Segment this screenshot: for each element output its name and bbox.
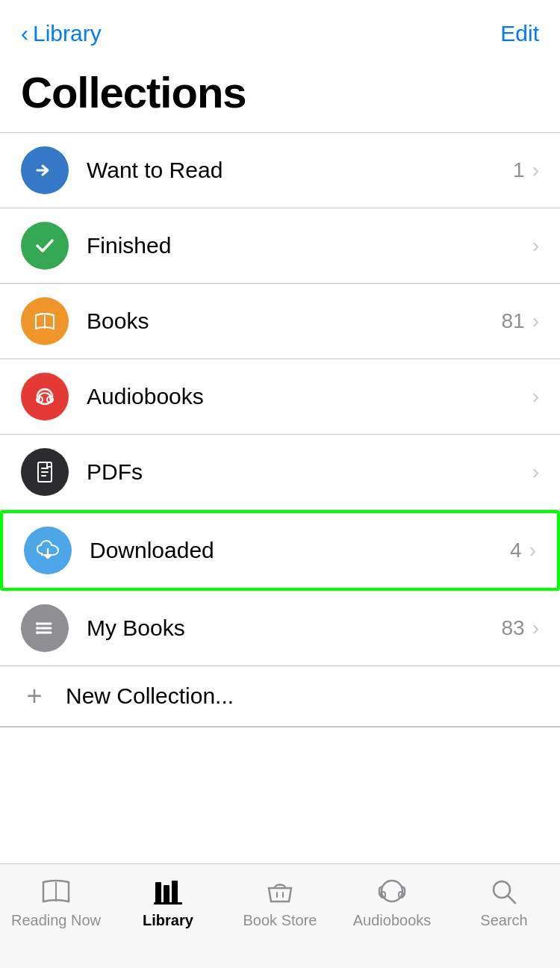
- svg-point-4: [36, 622, 39, 625]
- book-store-tab-label: Book Store: [243, 912, 317, 929]
- my-books-chevron: ›: [532, 616, 539, 640]
- finished-icon: [21, 222, 69, 270]
- reading-now-tab-label: Reading Now: [11, 912, 101, 929]
- collections-list: Want to Read 1 › Finished › Books 81 ›: [0, 133, 560, 666]
- svg-point-6: [36, 631, 39, 634]
- want-to-read-label: Want to Read: [87, 158, 513, 183]
- library-tab-icon: [150, 875, 186, 908]
- audiobooks-tab-icon: [374, 875, 410, 908]
- want-to-read-icon: [21, 146, 69, 194]
- search-tab-icon: [486, 875, 522, 908]
- back-label: Library: [33, 21, 102, 46]
- svg-rect-9: [172, 881, 178, 903]
- collection-item-books[interactable]: Books 81 ›: [0, 284, 560, 359]
- my-books-count: 83: [502, 616, 525, 640]
- collection-item-downloaded[interactable]: Downloaded 4 ›: [0, 510, 560, 591]
- audiobooks-label: Audiobooks: [87, 384, 525, 409]
- downloaded-label: Downloaded: [90, 538, 510, 563]
- pdfs-label: PDFs: [87, 459, 525, 485]
- new-collection-label: New Collection...: [66, 683, 234, 709]
- svg-rect-10: [154, 902, 182, 905]
- collection-item-my-books[interactable]: My Books 83 ›: [0, 591, 560, 666]
- tab-reading-now[interactable]: Reading Now: [0, 875, 112, 929]
- svg-point-11: [382, 881, 402, 902]
- want-to-read-count: 1: [513, 158, 525, 182]
- svg-rect-7: [155, 882, 161, 903]
- back-chevron-icon: ‹: [21, 21, 28, 46]
- pdfs-icon: [21, 448, 69, 496]
- downloaded-chevron: ›: [529, 539, 536, 562]
- pdfs-chevron: ›: [532, 460, 539, 484]
- audiobooks-tab-label: Audiobooks: [353, 912, 432, 929]
- collection-item-want-to-read[interactable]: Want to Read 1 ›: [0, 133, 560, 208]
- tab-book-store[interactable]: Book Store: [224, 875, 336, 929]
- collection-item-pdfs[interactable]: PDFs ›: [0, 435, 560, 510]
- svg-rect-8: [164, 885, 169, 903]
- search-tab-label: Search: [480, 912, 527, 929]
- empty-area: [0, 727, 560, 877]
- finished-chevron: ›: [532, 234, 539, 258]
- top-navigation: ‹ Library Edit: [0, 0, 560, 60]
- back-button[interactable]: ‹ Library: [21, 21, 102, 46]
- audiobooks-chevron: ›: [532, 385, 539, 409]
- downloaded-icon: [24, 527, 72, 574]
- edit-button[interactable]: Edit: [500, 21, 539, 46]
- tab-bar: Reading Now Library Book Store: [0, 863, 560, 968]
- book-store-tab-icon: [262, 875, 298, 908]
- collection-item-finished[interactable]: Finished ›: [0, 208, 560, 284]
- svg-point-5: [36, 627, 39, 630]
- reading-now-tab-icon: [38, 875, 74, 908]
- library-tab-label: Library: [143, 912, 193, 929]
- books-icon: [21, 297, 69, 345]
- new-collection-button[interactable]: + New Collection...: [0, 666, 560, 727]
- books-chevron: ›: [532, 309, 539, 333]
- plus-icon: +: [21, 683, 48, 710]
- tab-search[interactable]: Search: [448, 875, 560, 929]
- books-label: Books: [87, 308, 502, 334]
- tab-library[interactable]: Library: [112, 875, 224, 929]
- books-count: 81: [502, 309, 525, 333]
- collection-item-audiobooks[interactable]: Audiobooks ›: [0, 359, 560, 435]
- my-books-label: My Books: [87, 615, 502, 641]
- page-title: Collections: [0, 60, 560, 132]
- my-books-icon: [21, 604, 69, 652]
- finished-label: Finished: [87, 233, 525, 258]
- tab-audiobooks[interactable]: Audiobooks: [336, 875, 448, 929]
- want-to-read-chevron: ›: [532, 158, 539, 182]
- downloaded-count: 4: [510, 539, 522, 562]
- audiobooks-icon: [21, 373, 69, 421]
